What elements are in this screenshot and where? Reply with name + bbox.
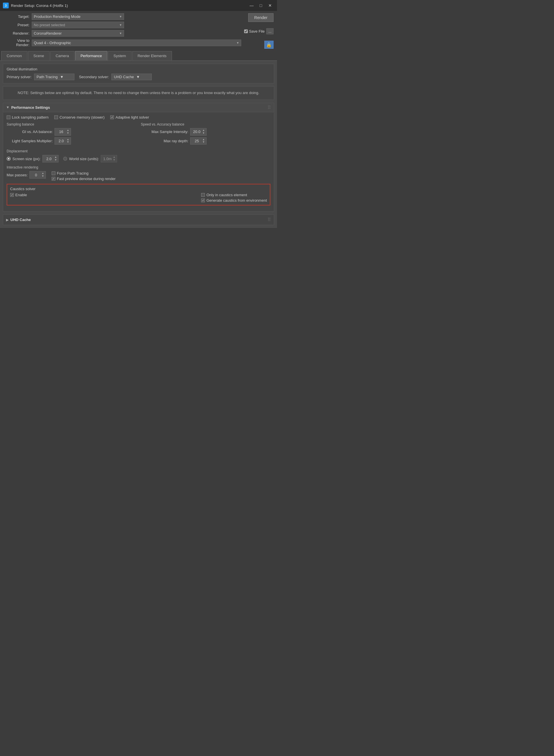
tab-performance[interactable]: Performance [75,51,107,60]
only-caustics-checkbox[interactable] [201,193,205,197]
screen-size-down[interactable]: ▼ [54,159,57,162]
max-passes-spin-buttons: ▲ ▼ [41,172,45,178]
screen-size-spinner[interactable]: 2.0 ▲ ▼ [42,155,59,162]
world-size-label: World size (units): [69,157,99,161]
save-file-checkbox-label[interactable]: Save File [244,29,265,34]
max-passes-down[interactable]: ▼ [41,175,45,178]
interactive-right: Force Path Tracing Fast preview denoise … [52,171,116,181]
displacement-row: Screen size (px): 2.0 ▲ ▼ World size (un… [7,155,270,162]
world-size-spinner[interactable]: 1.0m ▲ ▼ [101,155,117,162]
ellipsis-button[interactable]: ... [266,28,274,34]
lock-sampling-label: Lock sampling pattern [12,115,49,119]
save-file-checkbox[interactable] [244,30,248,33]
performance-panel-body: Lock sampling pattern Conserve memory (s… [3,112,274,211]
performance-panel-drag: ⠿ [268,105,271,110]
conserve-memory-checkbox[interactable] [54,115,58,119]
lock-sampling-check-item: Lock sampling pattern [7,115,49,119]
caustics-left: Enable [10,193,27,197]
fast-denoise-checkbox[interactable] [52,177,55,181]
tab-system[interactable]: System [108,51,131,60]
light-mult-spinner[interactable]: 2.0 ▲ ▼ [55,138,71,145]
max-ray-down[interactable]: ▼ [202,141,205,144]
target-dropdown[interactable]: Production Rendering Mode ▼ [32,13,124,20]
uhd-header: ▶ UHD Cache ⠿ [3,215,274,225]
gi-aa-value: 16 [56,129,66,134]
lock-button[interactable]: 🔒 [264,41,274,49]
tab-camera[interactable]: Camera [50,51,74,60]
caustics-enable-label: Enable [15,193,27,197]
secondary-solver-dropdown[interactable]: UHD Cache ▼ [111,73,152,80]
gi-aa-down[interactable]: ▼ [66,132,69,135]
minimize-button[interactable]: — [247,2,256,9]
performance-panel-header: ▼ Performance Settings ⠿ [3,103,274,112]
light-mult-row: Light Samples Multiplier: 2.0 ▲ ▼ [7,138,136,145]
max-passes-spinner[interactable]: 0 ▲ ▼ [30,171,46,179]
world-size-radio[interactable] [63,157,67,161]
gi-aa-spinner[interactable]: 16 ▲ ▼ [55,128,71,136]
maximize-button[interactable]: □ [257,2,265,9]
tab-scene[interactable]: Scene [28,51,50,60]
preset-dropdown[interactable]: No preset selected ▼ [32,22,124,28]
view-dropdown[interactable]: Quad 4 - Orthographic ▼ [32,40,241,46]
target-dropdown-arrow: ▼ [119,15,122,18]
tab-render-elements[interactable]: Render Elements [132,51,172,60]
gi-section: Global illumination Primary solver: Path… [3,64,274,84]
render-button[interactable]: Render [248,13,274,22]
force-pt-check-item: Force Path Tracing [52,171,116,175]
lock-sampling-checkbox[interactable] [7,115,10,119]
max-sample-label: Max Sample Intensity: [141,129,188,134]
light-mult-down[interactable]: ▼ [66,141,69,144]
checks-row: Lock sampling pattern Conserve memory (s… [7,115,270,119]
world-size-down[interactable]: ▼ [113,159,116,162]
renderer-value: CoronaRenderer [34,31,62,36]
renderer-row: Renderer: CoronaRenderer ▼ [3,30,241,37]
renderer-dropdown-arrow: ▼ [119,32,122,35]
max-sample-down[interactable]: ▼ [202,132,205,135]
caustics-title: Caustics solver [10,187,267,191]
view-dropdown-arrow: ▼ [236,41,239,44]
primary-solver-arrow: ▼ [60,75,64,79]
max-ray-spinner[interactable]: 25 ▲ ▼ [190,138,207,145]
header-area: Target: Production Rendering Mode ▼ Pres… [0,11,277,51]
sampling-balance-title: Sampling balance [7,122,136,126]
generate-caustics-checkbox[interactable] [201,199,205,202]
light-mult-spin-buttons: ▲ ▼ [66,138,69,144]
title-bar: 3 Render Setup: Corona 4 (Hotfix 1) — □ … [0,0,277,11]
gi-title: Global illumination [7,67,270,71]
sampling-balance-col: Sampling balance GI vs. AA balance: 16 ▲… [7,122,136,147]
primary-solver-label: Primary solver: [7,75,32,79]
force-pt-label: Force Path Tracing [57,171,89,175]
only-caustics-check-item: Only in caustics element [201,193,267,197]
window-title: Render Setup: Corona 4 (Hotfix 1) [11,3,68,8]
gi-aa-spin-buttons: ▲ ▼ [66,129,69,135]
view-value: Quad 4 - Orthographic [34,41,71,45]
preset-value: No preset selected [34,23,65,27]
fast-denoise-check-item: Fast preview denoise during render [52,177,116,181]
secondary-solver-value: UHD Cache [114,75,134,79]
displacement-section: Displacement Screen size (px): 2.0 ▲ ▼ [7,149,270,162]
adaptive-light-label: Adaptive light solver [115,115,149,119]
note-text: NOTE: Settings below are optimal by defa… [3,86,274,100]
view-label: View to Render: [3,38,30,47]
interactive-section: Interactive rendering Max passes: 0 ▲ ▼ [7,165,270,181]
interactive-left: Max passes: 0 ▲ ▼ [7,171,46,179]
force-pt-checkbox[interactable] [52,171,55,175]
light-mult-label: Light Samples Multiplier: [7,139,53,143]
tab-common[interactable]: Common [1,51,27,60]
world-size-value: 1.0m [102,157,113,161]
renderer-dropdown[interactable]: CoronaRenderer ▼ [32,30,124,37]
adaptive-light-checkbox[interactable] [110,115,114,119]
primary-solver-group: Primary solver: Path Tracing ▼ [7,73,74,80]
performance-panel-toggle[interactable]: ▼ [6,105,9,109]
renderer-label: Renderer: [3,31,30,36]
screen-size-radio[interactable] [7,157,11,161]
interactive-row: Max passes: 0 ▲ ▼ Force Path Traci [7,171,270,181]
primary-solver-dropdown[interactable]: Path Tracing ▼ [34,73,74,80]
caustics-enable-checkbox[interactable] [10,193,14,197]
window-controls: — □ ✕ [247,2,274,9]
world-size-radio-group: World size (units): 1.0m ▲ ▼ [63,155,117,162]
close-button[interactable]: ✕ [266,2,274,9]
uhd-toggle[interactable]: ▶ [6,218,9,222]
max-passes-label: Max passes: [7,173,28,177]
max-sample-spinner[interactable]: 20.0 ▲ ▼ [190,128,207,136]
